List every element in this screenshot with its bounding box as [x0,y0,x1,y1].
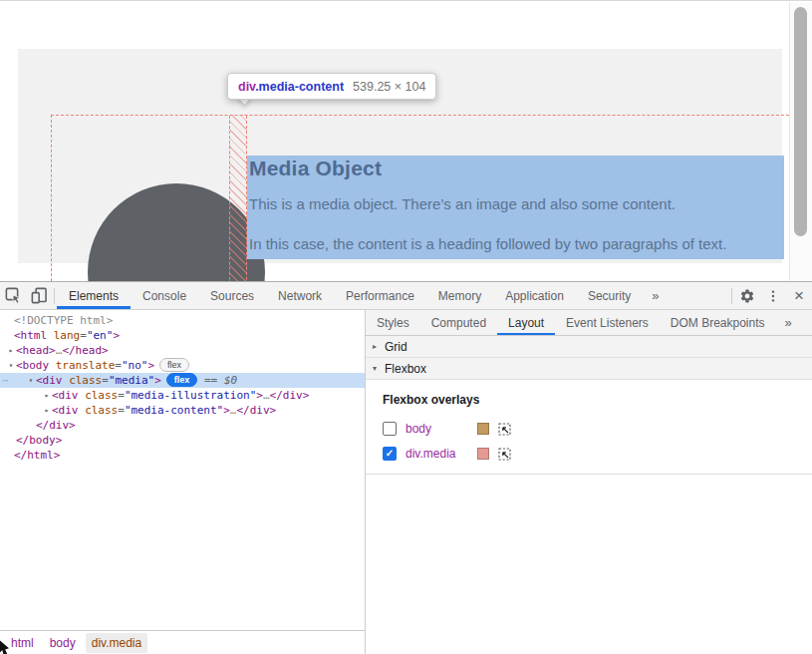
tree-token: class [85,404,118,417]
tree-token: <!DOCTYPE html> [14,314,113,327]
tab-security[interactable]: Security [576,282,643,309]
tree-token: "media-content" [125,404,223,417]
tree-token: <div [52,389,85,402]
tree-token: </head> [62,344,108,357]
breadcrumb-item-html[interactable]: html [5,633,40,653]
sidebar-tab-dom-breakpoints[interactable]: DOM Breakpoints [660,310,776,335]
tree-row[interactable]: <!DOCTYPE html> [0,313,365,328]
devtools-panel: ElementsConsoleSourcesNetworkPerformance… [0,281,812,654]
tree-token: lang [54,329,81,342]
overlay-row-divmedia: ✓ div.media [383,446,812,462]
settings-icon[interactable] [734,282,760,309]
tree-token: == [197,374,224,387]
media-paragraph-1: This is a media object. There’s an image… [249,195,676,212]
highlight-element-icon [498,448,511,461]
tree-token: $0 [224,374,237,387]
chevron-right-icon: ▸ [373,342,385,351]
tree-row[interactable]: <html lang="en"> [0,328,365,343]
tree-token: > [223,404,230,417]
tree-token: = [102,374,109,387]
expander-open-icon[interactable]: ▾ [26,373,36,388]
flex-badge-active[interactable]: flex [166,373,198,387]
overlay-label-body: body [406,422,467,436]
tree-token: translate [56,359,116,372]
tree-token: … [263,389,270,402]
tree-token: <div [36,374,69,387]
checkbox-body[interactable] [383,422,397,436]
expander-closed-icon[interactable]: ▸ [42,403,52,418]
expander-closed-icon[interactable]: ▸ [6,343,16,358]
sidebar-tab-styles[interactable]: Styles [366,310,420,335]
flexbox-overlays-section: Flexbox overlays body ✓ div.media [366,380,812,475]
tree-token: = [80,329,87,342]
color-swatch-divmedia [477,448,489,460]
tree-token: <html [14,329,54,342]
sidebar-tabs: StylesComputedLayoutEvent ListenersDOM B… [366,310,812,336]
tree-token: = [115,359,122,372]
tree-row[interactable]: </body> [0,433,365,448]
section-grid[interactable]: ▸ Grid [366,336,812,358]
tree-row[interactable]: ⋯▾<div class="media">flex == $0 [0,373,365,388]
breadcrumb-item-body[interactable]: body [44,633,82,653]
tab-memory[interactable]: Memory [426,282,493,309]
tree-token: > [147,359,154,372]
media-paragraph-2: In this case, the content is a heading f… [249,235,726,252]
expander-open-icon[interactable]: ▾ [6,358,16,373]
tree-row[interactable]: </html> [0,448,365,463]
tree-token: class [85,389,118,402]
screenshot-root: Media Object This is a media object. The… [0,0,812,654]
tree-token: > [113,329,120,342]
tree-token: > [154,374,161,387]
browser-viewport: Media Object This is a media object. The… [0,0,812,281]
tree-token: </div> [236,404,276,417]
color-swatch-body [477,423,489,435]
tab-application[interactable]: Application [493,282,576,309]
section-flexbox-label: Flexbox [385,362,426,376]
elements-panel: <!DOCTYPE html><html lang="en">▸<head>…<… [0,310,366,654]
flex-badge[interactable]: flex [159,358,189,372]
tree-token: "media" [109,374,154,387]
tab-console[interactable]: Console [131,282,198,309]
inspect-tooltip: div.media-content 539.25 × 104 [227,73,436,100]
inspect-icon[interactable] [0,282,26,309]
sidebar-more-tabs-chevron[interactable]: » [776,310,801,335]
tree-token: > [256,389,263,402]
more-options-icon[interactable] [760,282,786,309]
page-scrollbar[interactable] [789,2,812,282]
dom-tree: <!DOCTYPE html><html lang="en">▸<head>…<… [0,310,365,463]
tree-row[interactable]: ▸<div class="media-illustration">…</div> [0,388,365,403]
more-tabs-chevron[interactable]: » [643,282,668,309]
sidebar-tab-event-listeners[interactable]: Event Listeners [555,310,660,335]
close-icon[interactable]: × [786,282,812,309]
sidebar-tab-layout[interactable]: Layout [497,310,555,335]
tree-token: = [118,404,125,417]
media-heading: Media Object [249,157,382,180]
tree-row[interactable]: ▾<body translate="no">flex [0,358,365,373]
expander-closed-icon[interactable]: ▸ [42,388,52,403]
tab-network[interactable]: Network [266,282,334,309]
breadcrumb-item-div-media[interactable]: div.media [86,633,147,653]
tree-token: "media-illustration" [125,389,256,402]
tab-elements[interactable]: Elements [57,282,131,309]
tree-row[interactable]: ▸<div class="media-content">…</div> [0,403,365,418]
row-overflow-icon: ⋯ [2,373,10,388]
tree-token: <div [52,404,85,417]
tooltip-dimensions: 539.25 × 104 [353,80,425,94]
breadcrumb: htmlbodydiv.media [0,630,365,654]
tab-sources[interactable]: Sources [198,282,266,309]
tree-row[interactable]: </div> [0,418,365,433]
toolbar-right: × [729,282,812,309]
tree-token: </div> [36,419,76,432]
section-flexbox[interactable]: ▾ Flexbox [366,358,812,380]
devtools-tabs: ElementsConsoleSourcesNetworkPerformance… [57,282,643,309]
scrollbar-thumb[interactable] [794,7,807,236]
checkbox-divmedia[interactable]: ✓ [383,447,397,461]
tree-row[interactable]: ▸<head>…</head> [0,343,365,358]
device-toolbar-icon[interactable] [26,282,52,309]
overlay-row-body: body [383,421,812,437]
tree-token: "no" [122,359,148,372]
tab-performance[interactable]: Performance [334,282,426,309]
tree-token: "en" [87,329,114,342]
tree-token: <head> [16,344,56,357]
sidebar-tab-computed[interactable]: Computed [420,310,497,335]
